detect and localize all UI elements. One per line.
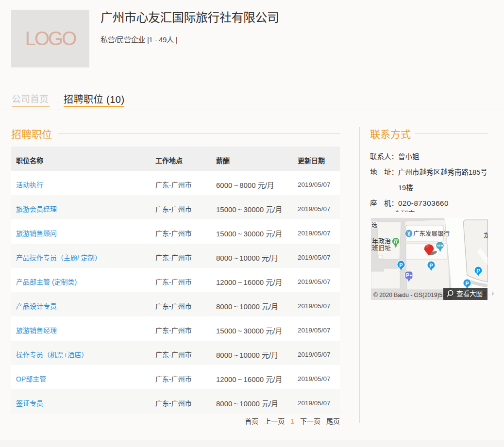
svg-text:青年政治: 青年政治 xyxy=(371,237,391,245)
svg-text:P: P xyxy=(406,273,409,278)
svg-text:P: P xyxy=(476,268,480,274)
svg-text:P: P xyxy=(399,262,403,268)
svg-text:ATM: ATM xyxy=(437,244,443,247)
svg-text:龙泉: 龙泉 xyxy=(484,232,494,239)
svg-text:P: P xyxy=(429,263,433,268)
svg-text:广东发展银行: 广东发展银行 xyxy=(413,230,450,237)
svg-text:¥: ¥ xyxy=(407,231,411,237)
svg-text:查看大图: 查看大图 xyxy=(456,290,483,298)
svg-text:- 甲: - 甲 xyxy=(488,291,494,298)
svg-text:东班旧址: 东班旧址 xyxy=(371,244,391,251)
svg-text:P: P xyxy=(465,281,469,286)
svg-text:选: 选 xyxy=(371,222,377,229)
